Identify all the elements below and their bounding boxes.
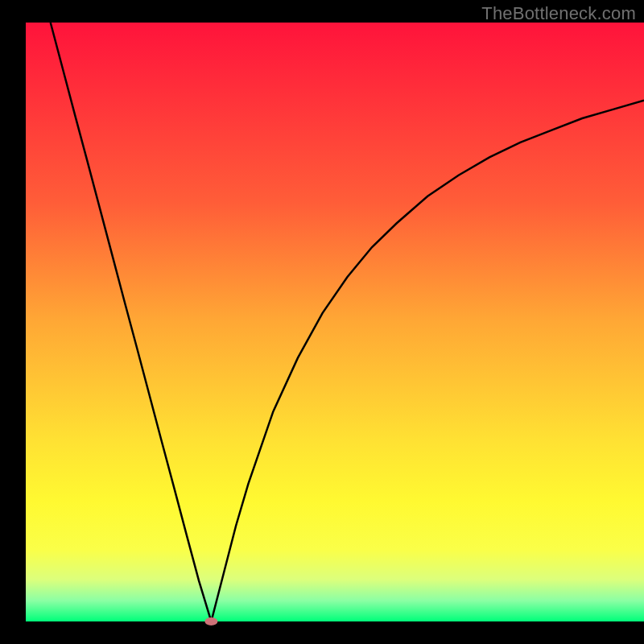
chart-svg — [0, 0, 644, 644]
plot-area — [26, 23, 644, 621]
chart-container: TheBottleneck.com — [0, 0, 644, 644]
attribution-text: TheBottleneck.com — [481, 3, 636, 24]
minimum-marker — [204, 617, 217, 625]
